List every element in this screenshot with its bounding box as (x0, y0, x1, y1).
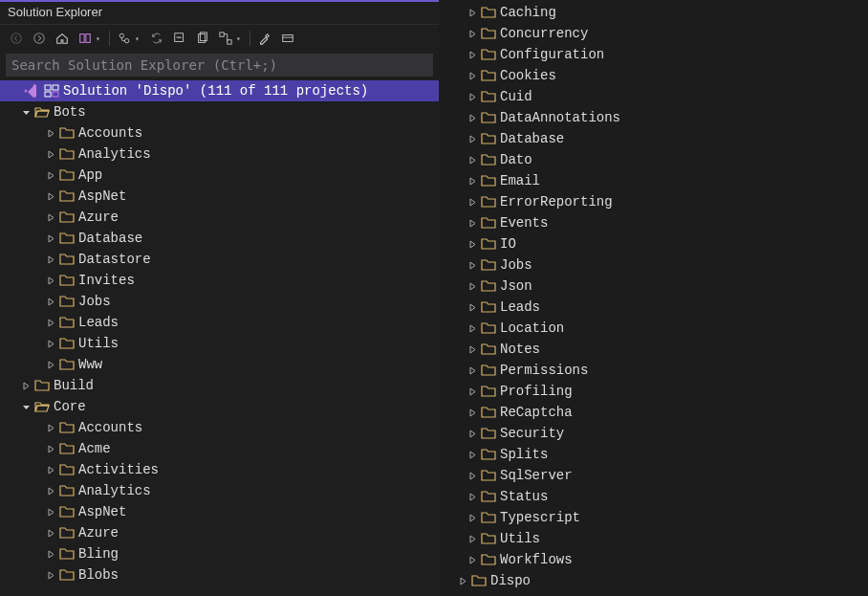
expander-icon[interactable] (466, 532, 479, 545)
folder-node-datastore[interactable]: Datastore (0, 249, 439, 270)
folder-node-aspnet[interactable]: AspNet (0, 501, 439, 522)
expander-icon[interactable] (44, 232, 57, 245)
expander-icon[interactable] (44, 337, 57, 350)
expander-icon[interactable] (19, 400, 33, 413)
folder-node-azure[interactable]: Azure (0, 522, 439, 543)
folder-node-caching[interactable]: Caching (439, 2, 868, 23)
folder-node-database[interactable]: Database (439, 128, 868, 149)
search-input[interactable] (11, 57, 427, 73)
switch-views-button[interactable] (76, 30, 94, 47)
properties-button[interactable] (256, 30, 273, 47)
folder-node-accounts[interactable]: Accounts (0, 122, 439, 143)
expander-icon[interactable] (19, 379, 33, 392)
folder-node-jobs[interactable]: Jobs (439, 254, 868, 276)
view-class-diagram-button[interactable] (217, 30, 234, 47)
folder-node-typescript[interactable]: Typescript (439, 507, 868, 528)
expander-icon[interactable] (466, 111, 479, 124)
expander-icon[interactable] (44, 316, 57, 329)
expander-icon[interactable] (44, 210, 57, 224)
expander-icon[interactable] (44, 505, 57, 519)
folder-node-security[interactable]: Security (439, 423, 868, 444)
expander-icon[interactable] (466, 6, 479, 19)
folder-node-email[interactable]: Email (439, 170, 868, 191)
folder-node-www[interactable]: Www (0, 354, 439, 375)
expander-icon[interactable] (44, 442, 57, 455)
folder-node-concurrency[interactable]: Concurrency (439, 23, 868, 44)
expander-icon[interactable] (466, 553, 479, 566)
expander-icon[interactable] (466, 279, 479, 293)
expander-icon[interactable] (466, 153, 479, 166)
expander-icon[interactable] (466, 364, 479, 377)
expander-icon[interactable] (456, 574, 469, 587)
expander-icon[interactable] (466, 448, 479, 461)
expander-icon[interactable] (44, 463, 57, 476)
expander-icon[interactable] (466, 237, 479, 251)
folder-node-jobs[interactable]: Jobs (0, 291, 439, 312)
filter-dropdown[interactable]: ▾ (135, 34, 142, 43)
expander-icon[interactable] (466, 469, 479, 482)
back-button[interactable] (8, 30, 25, 47)
folder-node-app[interactable]: App (0, 165, 439, 186)
expander-icon[interactable] (44, 274, 57, 287)
folder-node-utils[interactable]: Utils (0, 333, 439, 354)
folder-node-analytics[interactable]: Analytics (0, 480, 439, 501)
folder-node-analytics[interactable]: Analytics (0, 143, 439, 165)
folder-node-status[interactable]: Status (439, 486, 868, 507)
folder-node-workflows[interactable]: Workflows (439, 549, 868, 570)
folder-node-leads[interactable]: Leads (0, 312, 439, 333)
solution-node[interactable]: Solution 'Dispo' (111 of 111 projects) (0, 80, 439, 101)
expander-icon[interactable] (44, 526, 57, 540)
folder-node-configuration[interactable]: Configuration (439, 44, 868, 65)
expander-icon[interactable] (44, 484, 57, 497)
sync-button[interactable] (148, 30, 165, 47)
expander-icon[interactable] (44, 253, 57, 266)
expander-icon[interactable] (44, 358, 57, 371)
expander-icon[interactable] (466, 490, 479, 503)
solution-tree[interactable]: Solution 'Dispo' (111 of 111 projects)Bo… (0, 78, 439, 596)
expander-icon[interactable] (44, 421, 57, 434)
expander-icon[interactable] (466, 406, 479, 419)
expander-icon[interactable] (44, 547, 57, 561)
expander-icon[interactable] (466, 90, 479, 103)
folder-node-recaptcha[interactable]: ReCaptcha (439, 402, 868, 423)
folder-node-aspnet[interactable]: AspNet (0, 186, 439, 207)
expander-icon[interactable] (466, 27, 479, 40)
show-all-files-button[interactable] (194, 30, 211, 47)
expander-icon[interactable] (466, 174, 479, 188)
folder-node-errorreporting[interactable]: ErrorReporting (439, 191, 868, 212)
expander-icon[interactable] (44, 126, 57, 140)
folder-node-database[interactable]: Database (0, 228, 439, 249)
folder-node-utils[interactable]: Utils (439, 528, 868, 549)
folder-node-bling[interactable]: Bling (0, 543, 439, 564)
folder-node-permissions[interactable]: Permissions (439, 360, 868, 381)
folder-node-cuid[interactable]: Cuid (439, 86, 868, 107)
folder-node-dato[interactable]: Dato (439, 149, 868, 170)
switch-views-dropdown[interactable]: ▾ (96, 34, 103, 43)
view-dropdown[interactable]: ▾ (236, 34, 244, 43)
expander-icon[interactable] (44, 168, 57, 182)
solution-tree-continued[interactable]: CachingConcurrencyConfigurationCookiesCu… (439, 0, 868, 591)
folder-node-azure[interactable]: Azure (0, 207, 439, 228)
folder-node-acme[interactable]: Acme (0, 438, 439, 459)
expander-icon[interactable] (466, 132, 479, 145)
folder-node-events[interactable]: Events (439, 212, 868, 233)
expander-icon[interactable] (466, 195, 479, 209)
expander-icon[interactable] (466, 385, 479, 398)
home-button[interactable] (54, 30, 71, 47)
preview-button[interactable] (279, 30, 296, 47)
expander-icon[interactable] (466, 427, 479, 440)
folder-node-profiling[interactable]: Profiling (439, 381, 868, 402)
expander-icon[interactable] (466, 300, 479, 314)
folder-node-cookies[interactable]: Cookies (439, 65, 868, 86)
expander-icon[interactable] (466, 321, 479, 335)
folder-node-bots[interactable]: Bots (0, 101, 439, 122)
folder-node-dispo[interactable]: Dispo (439, 570, 868, 591)
expander-icon[interactable] (466, 511, 479, 524)
folder-node-dataannotations[interactable]: DataAnnotations (439, 107, 868, 128)
folder-node-accounts[interactable]: Accounts (0, 417, 439, 438)
folder-node-invites[interactable]: Invites (0, 270, 439, 291)
expander-icon[interactable] (466, 216, 479, 230)
forward-button[interactable] (31, 30, 48, 47)
folder-node-blobs[interactable]: Blobs (0, 564, 439, 585)
search-box[interactable] (6, 54, 433, 77)
